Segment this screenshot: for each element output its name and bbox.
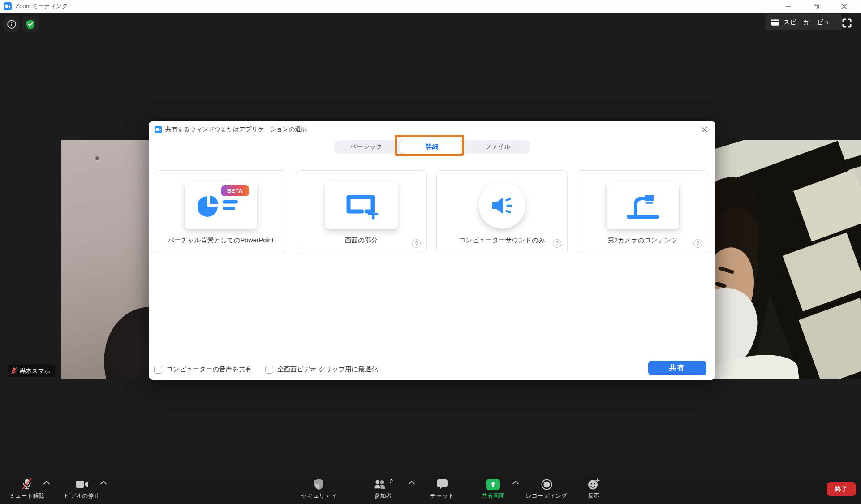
card-screen-portion[interactable]: 画面の部分 ? xyxy=(296,170,427,254)
checkbox-label: 全画面ビデオ クリップ用に最適化 xyxy=(277,365,378,374)
participants-label: 参加者 xyxy=(375,492,392,500)
chat-bubble-icon xyxy=(436,479,448,490)
checkbox-box xyxy=(154,366,162,374)
share-screen-label: 共有画面 xyxy=(482,492,505,500)
zoom-dialog-icon xyxy=(155,126,162,133)
card-label: 画面の部分 xyxy=(296,236,426,245)
help-icon[interactable]: ? xyxy=(553,239,561,248)
dialog-header: 共有するウィンドウまたはアプリケーションの選択 xyxy=(155,125,307,134)
second-camera-icon xyxy=(622,191,663,220)
checkbox-label: コンピューターの音声を共有 xyxy=(166,365,252,374)
reactions-button[interactable]: 反応 xyxy=(560,477,627,500)
window-title: Zoom ミーティング xyxy=(16,2,68,10)
fullscreen-button[interactable] xyxy=(840,17,853,29)
screen-portion-icon xyxy=(343,192,380,220)
share-screen-icon xyxy=(486,479,500,490)
security-label: セキュリティ xyxy=(301,492,337,500)
card-label: コンピューターサウンドのみ xyxy=(437,236,567,245)
security-button[interactable]: セキュリティ xyxy=(285,477,353,500)
unmute-label: ミュート解除 xyxy=(9,492,45,500)
participants-button[interactable]: 2 参加者 xyxy=(349,477,417,500)
fullscreen-icon xyxy=(842,18,852,28)
security-shield-icon xyxy=(314,478,324,490)
restore-button[interactable] xyxy=(810,0,822,13)
mic-muted-icon xyxy=(21,478,33,491)
tab-advanced[interactable]: 詳細 xyxy=(399,140,465,154)
video-camera-icon xyxy=(75,480,89,489)
end-meeting-button[interactable]: 終了 xyxy=(827,482,856,496)
help-icon[interactable]: ? xyxy=(693,239,702,248)
dialog-footer: コンピューターの音声を共有 全画面ビデオ クリップ用に最適化 xyxy=(154,365,378,374)
participants-icon xyxy=(373,479,387,489)
powerpoint-virtual-background-icon xyxy=(198,193,244,218)
meeting-stage: スピーカー ビュー xyxy=(0,13,861,504)
speaker-view-button[interactable]: スピーカー ビュー xyxy=(765,14,842,30)
card-icon-tile xyxy=(325,182,398,229)
share-button[interactable]: 共有 xyxy=(648,361,706,375)
card-label: 第2カメラのコンテンツ xyxy=(577,236,708,245)
participant-name: 黒木スマホ xyxy=(20,367,50,375)
window-title-bar: Zoom ミーティング xyxy=(0,0,861,13)
meeting-toolbar: ミュート解除 ビデオの停止 セキュリティ xyxy=(0,476,861,504)
help-icon[interactable]: ? xyxy=(412,239,421,248)
speaker-video-left-area xyxy=(61,140,151,379)
wall-mark xyxy=(95,156,99,160)
dialog-title: 共有するウィンドウまたはアプリケーションの選択 xyxy=(165,125,307,134)
card-icon-tile xyxy=(478,182,525,229)
participants-count: 2 xyxy=(390,478,393,485)
stop-video-label: ビデオの停止 xyxy=(64,492,99,500)
card-second-camera-content[interactable]: 第2カメラのコンテンツ ? xyxy=(577,170,708,254)
chat-label: チャット xyxy=(430,492,454,500)
stop-video-button[interactable]: ビデオの停止 xyxy=(48,477,116,500)
share-options-row: BETA バーチャル背景としてのPowerPoint 画面の部分 ? xyxy=(155,170,708,254)
reactions-label: 反応 xyxy=(588,492,599,500)
speaker-view-icon xyxy=(771,19,779,26)
info-icon xyxy=(7,19,17,29)
mic-muted-small-icon xyxy=(11,367,17,375)
speaker-video-right-area xyxy=(715,140,861,379)
zoom-app-icon xyxy=(4,2,12,10)
speaker-view-label: スピーカー ビュー xyxy=(784,18,836,26)
close-window-button[interactable] xyxy=(838,0,850,13)
checkbox-box xyxy=(265,366,273,374)
card-powerpoint-virtual-background[interactable]: BETA バーチャル背景としてのPowerPoint xyxy=(155,170,286,254)
meeting-info-button[interactable] xyxy=(4,16,20,32)
dialog-close-button[interactable] xyxy=(699,124,710,135)
checkbox-optimize-video-clip[interactable]: 全画面ビデオ クリップ用に最適化 xyxy=(265,365,378,374)
close-icon xyxy=(701,126,708,133)
participant-name-tag: 黒木スマホ xyxy=(8,365,55,377)
card-icon-tile: BETA xyxy=(185,182,257,229)
card-computer-sound-only[interactable]: コンピューターサウンドのみ ? xyxy=(436,170,568,254)
record-icon xyxy=(541,478,553,491)
tab-basic[interactable]: ベーシック xyxy=(334,140,400,154)
card-icon-tile xyxy=(607,182,679,229)
share-selection-dialog: 共有するウィンドウまたはアプリケーションの選択 ベーシック 詳細 ファイル xyxy=(149,121,715,380)
card-label: バーチャル背景としてのPowerPoint xyxy=(155,236,286,245)
share-tab-bar: ベーシック 詳細 ファイル xyxy=(334,140,531,154)
checkbox-share-computer-sound[interactable]: コンピューターの音声を共有 xyxy=(154,365,252,374)
person-silhouette xyxy=(92,295,151,379)
beta-badge: BETA xyxy=(221,185,249,196)
minimize-button[interactable] xyxy=(782,0,795,13)
encryption-shield-button[interactable] xyxy=(22,16,39,32)
computer-sound-icon xyxy=(491,196,514,215)
encryption-shield-icon xyxy=(26,19,35,29)
tab-files[interactable]: ファイル xyxy=(465,140,531,154)
reactions-icon xyxy=(587,478,600,491)
